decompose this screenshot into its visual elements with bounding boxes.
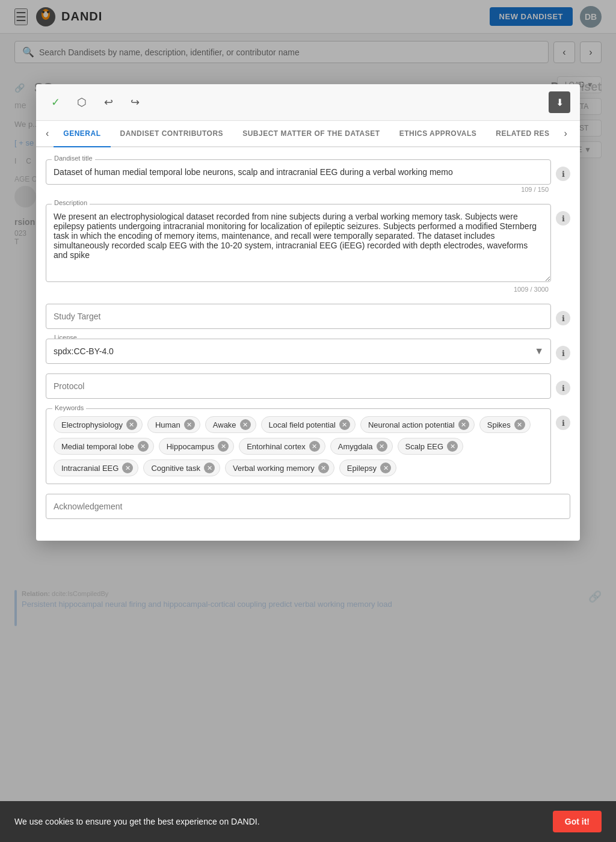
title-field-label: Dandiset title (52, 155, 95, 162)
keyword-label: Epilepsy (347, 464, 377, 473)
description-field-label: Description (52, 199, 90, 206)
keyword-remove-button[interactable]: ✕ (447, 441, 458, 452)
cookie-accept-button[interactable]: Got it! (553, 811, 602, 832)
keywords-list: Electrophysiology ✕Human ✕Awake ✕Local f… (54, 416, 543, 476)
edit-dialog: ✓ ⬡ ↩ ↪ ⬇ ‹ GENERAL DANDISET CONTRIBUTOR… (36, 84, 580, 541)
undo-button[interactable]: ↩ (99, 93, 118, 112)
keywords-container: Keywords Electrophysiology ✕Human ✕Awake… (46, 408, 551, 484)
title-field: Dandiset title 109 / 150 ℹ (46, 159, 570, 194)
keyword-remove-button[interactable]: ✕ (377, 441, 387, 452)
title-info-icon[interactable]: ℹ (556, 167, 570, 181)
keyword-label: Awake (213, 420, 236, 429)
protocol-input[interactable] (46, 373, 551, 399)
keyword-remove-button[interactable]: ✕ (458, 419, 469, 430)
tab-contributors[interactable]: DANDISET CONTRIBUTORS (111, 121, 233, 147)
keyword-remove-button[interactable]: ✕ (122, 462, 133, 473)
keyword-label: Medial temporal lobe (61, 442, 134, 451)
keyword-label: Verbal working memory (233, 464, 315, 473)
undo-icon: ↩ (104, 96, 113, 109)
keyword-remove-button[interactable]: ✕ (318, 462, 329, 473)
keyword-chip: Verbal working memory ✕ (225, 459, 334, 476)
tabs-next-button[interactable]: › (559, 121, 572, 146)
keyword-chip: Cognitive task ✕ (143, 459, 220, 476)
keyword-chip: Spikes ✕ (479, 416, 531, 433)
dialog-toolbar: ✓ ⬡ ↩ ↪ ⬇ (36, 84, 580, 121)
keyword-label: Spikes (487, 420, 511, 429)
keyword-remove-button[interactable]: ✕ (204, 462, 215, 473)
keyword-chip: Intracranial EEG ✕ (54, 459, 138, 476)
download-icon: ⬇ (556, 97, 564, 108)
license-info-icon[interactable]: ℹ (556, 346, 570, 360)
keyword-label: Local field potential (269, 420, 336, 429)
keyword-remove-button[interactable]: ✕ (138, 441, 149, 452)
keyword-label: Entorhinal cortex (247, 442, 306, 451)
tab-related[interactable]: RELATED RES (486, 121, 559, 147)
keyword-remove-button[interactable]: ✕ (380, 462, 391, 473)
keyword-remove-button[interactable]: ✕ (339, 419, 350, 430)
description-field: Description We present an electrophysiol… (46, 204, 570, 294)
keyword-remove-button[interactable]: ✕ (514, 419, 525, 430)
keyword-remove-button[interactable]: ✕ (184, 419, 195, 430)
keyword-chip: Electrophysiology ✕ (54, 416, 143, 433)
cookie-message: We use cookies to ensure you get the bes… (14, 817, 260, 826)
study-target-field: ℹ (46, 304, 570, 329)
tabs-prev-button[interactable]: ‹ (41, 121, 54, 146)
keyword-label: Hippocampus (167, 442, 215, 451)
acknowledgement-field (46, 494, 570, 519)
download-button[interactable]: ⬇ (549, 91, 570, 113)
keyword-chip: Local field potential ✕ (261, 416, 356, 433)
description-info-icon[interactable]: ℹ (556, 211, 570, 226)
tab-ethics[interactable]: ETHICS APPROVALS (390, 121, 487, 147)
dialog-tabs: ‹ GENERAL DANDISET CONTRIBUTORS SUBJECT … (36, 121, 580, 147)
keyword-chip: Neuronal action potential ✕ (360, 416, 475, 433)
keyword-remove-button[interactable]: ✕ (309, 441, 320, 452)
keyword-chip: Hippocampus ✕ (159, 438, 235, 455)
save-icon: ⬡ (77, 96, 87, 109)
license-field: License spdx:CC-BY-4.0 spdx:CC0-1.0 ▼ ℹ (46, 339, 570, 364)
protocol-field: ℹ (46, 373, 570, 399)
protocol-info-icon[interactable]: ℹ (556, 381, 570, 395)
keyword-remove-button[interactable]: ✕ (218, 441, 229, 452)
title-char-count: 109 / 150 (46, 185, 551, 194)
dialog-body: Dandiset title 109 / 150 ℹ Description W… (36, 147, 580, 541)
keyword-label: Scalp EEG (405, 442, 444, 451)
tab-subject[interactable]: SUBJECT MATTER OF THE DATASET (233, 121, 390, 147)
keyword-label: Cognitive task (151, 464, 200, 473)
keyword-chip: Awake ✕ (205, 416, 256, 433)
title-input[interactable] (46, 159, 551, 185)
keyword-label: Electrophysiology (61, 420, 123, 429)
tab-general[interactable]: GENERAL (54, 121, 110, 147)
keyword-chip: Scalp EEG ✕ (398, 438, 464, 455)
study-target-info-icon[interactable]: ℹ (556, 311, 570, 325)
check-icon: ✓ (51, 96, 60, 109)
keyword-label: Intracranial EEG (61, 464, 119, 473)
keyword-chip: Medial temporal lobe ✕ (54, 438, 154, 455)
redo-icon: ↪ (131, 96, 140, 109)
acknowledgement-input[interactable] (46, 494, 570, 519)
keyword-chip: Epilepsy ✕ (339, 459, 396, 476)
keywords-field: Keywords Electrophysiology ✕Human ✕Awake… (46, 408, 570, 484)
keyword-label: Amygdala (338, 442, 373, 451)
description-textarea[interactable]: We present an electrophysiological datas… (46, 204, 551, 282)
keyword-remove-button[interactable]: ✕ (240, 419, 251, 430)
confirm-button[interactable]: ✓ (46, 93, 65, 112)
keyword-chip: Amygdala ✕ (330, 438, 393, 455)
study-target-input[interactable] (46, 304, 551, 329)
keyword-chip: Entorhinal cortex ✕ (239, 438, 325, 455)
keyword-label: Human (155, 420, 180, 429)
keyword-remove-button[interactable]: ✕ (126, 419, 137, 430)
redo-button[interactable]: ↪ (125, 93, 144, 112)
save-button[interactable]: ⬡ (72, 93, 91, 112)
cookie-bar: We use cookies to ensure you get the bes… (0, 801, 616, 842)
keyword-label: Neuronal action potential (368, 420, 455, 429)
keyword-chip: Human ✕ (147, 416, 200, 433)
keywords-label: Keywords (52, 404, 86, 411)
keywords-info-icon[interactable]: ℹ (556, 416, 570, 430)
license-select[interactable]: spdx:CC-BY-4.0 spdx:CC0-1.0 (46, 339, 551, 364)
description-char-count: 1009 / 3000 (46, 284, 551, 294)
